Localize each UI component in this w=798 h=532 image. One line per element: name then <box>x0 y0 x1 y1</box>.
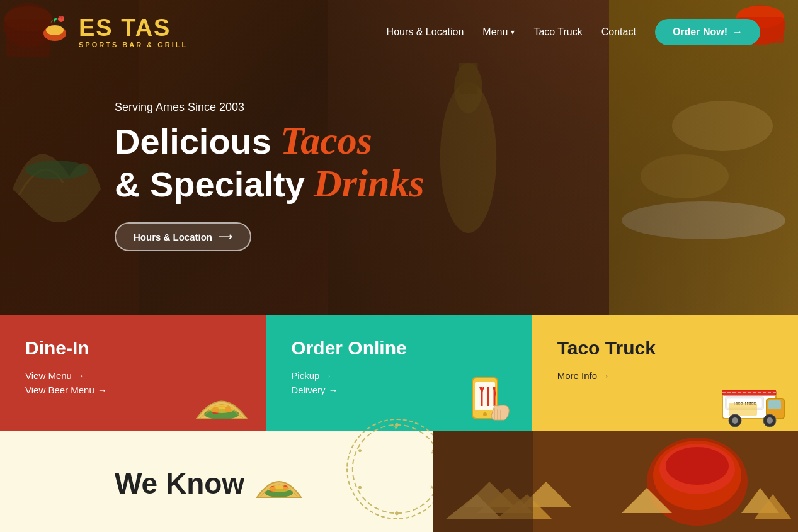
svg-point-1 <box>46 25 64 35</box>
svg-point-44 <box>767 417 773 424</box>
nav-hours-location[interactable]: Hours & Location <box>387 26 464 38</box>
svg-point-70 <box>666 447 729 485</box>
svg-point-57 <box>358 449 362 452</box>
hero-title-delicious: Delicious <box>115 122 271 161</box>
svg-point-42 <box>732 417 738 424</box>
order-online-card: Order Online Pickup → Delivery → <box>266 315 532 431</box>
arrow-icon: ⟶ <box>219 231 232 242</box>
nav-contact[interactable]: Contact <box>601 26 636 38</box>
truck-illustration: Taco Truck <box>719 381 789 428</box>
dine-in-card: Dine-In View Menu → View Beer Menu → <box>0 315 266 431</box>
arrow-icon: → <box>75 370 84 381</box>
svg-rect-40 <box>729 403 757 416</box>
hero-content: Serving Ames Since 2003 Delicious Tacos … <box>115 101 425 251</box>
we-know-section: We Know <box>115 463 340 504</box>
svg-point-56 <box>358 486 362 489</box>
hero-title-tacos: Tacos <box>280 119 372 162</box>
arrow-icon: → <box>732 26 743 38</box>
svg-point-50 <box>269 486 289 492</box>
bottom-section: We Know <box>0 431 798 532</box>
taco-truck-title: Taco Truck <box>557 337 773 359</box>
svg-text:★: ★ <box>394 424 398 430</box>
bottom-left: We Know <box>0 431 390 532</box>
dine-in-title: Dine-In <box>25 337 241 359</box>
cards-row: Dine-In View Menu → View Beer Menu → <box>0 315 798 431</box>
order-online-title: Order Online <box>291 337 506 359</box>
order-now-button[interactable]: Order Now! → <box>655 19 760 45</box>
hero-cta-button[interactable]: Hours & Location ⟶ <box>115 222 251 251</box>
brand-name: ES TAS <box>79 16 188 40</box>
food-photo-right <box>433 431 798 532</box>
svg-point-51 <box>353 425 441 513</box>
arrow-icon: → <box>98 385 107 395</box>
brand-tagline: SPORTS BAR & GRILL <box>79 41 188 48</box>
hero-serving-text: Serving Ames Since 2003 <box>115 101 425 114</box>
circle-decoration: ★ ★ ★ <box>346 419 447 519</box>
svg-point-55 <box>395 511 399 515</box>
hero-title-specialty: & Specialty <box>115 165 305 204</box>
phone-illustration <box>460 375 516 428</box>
chevron-down-icon: ▾ <box>511 28 515 37</box>
arrow-icon: → <box>329 385 338 395</box>
arrow-icon: → <box>600 370 610 381</box>
nav-links: Hours & Location Menu ▾ Taco Truck Conta… <box>387 19 760 45</box>
svg-rect-36 <box>768 400 781 409</box>
navbar: ES TAS SPORTS BAR & GRILL Hours & Locati… <box>0 0 798 64</box>
logo-area: ES TAS SPORTS BAR & GRILL <box>38 11 188 52</box>
bottom-right: ★ ★ ★ <box>390 431 798 532</box>
svg-point-30 <box>483 412 487 416</box>
taco-illustration <box>190 378 253 428</box>
logo-icon <box>38 11 72 52</box>
hero-title: Delicious Tacos & Specialty Drinks <box>115 119 425 205</box>
svg-rect-24 <box>475 382 495 410</box>
svg-rect-74 <box>433 431 533 532</box>
svg-rect-45 <box>722 390 776 395</box>
arrow-icon: → <box>322 370 332 381</box>
more-info-link[interactable]: More Info → <box>557 370 773 381</box>
nav-taco-truck[interactable]: Taco Truck <box>533 26 582 38</box>
hero-title-drinks: Drinks <box>314 162 425 205</box>
nav-menu[interactable]: Menu ▾ <box>482 26 515 38</box>
logo-text-block: ES TAS SPORTS BAR & GRILL <box>79 16 188 48</box>
taco-truck-card: Taco Truck More Info → Taco Truck <box>532 315 798 431</box>
